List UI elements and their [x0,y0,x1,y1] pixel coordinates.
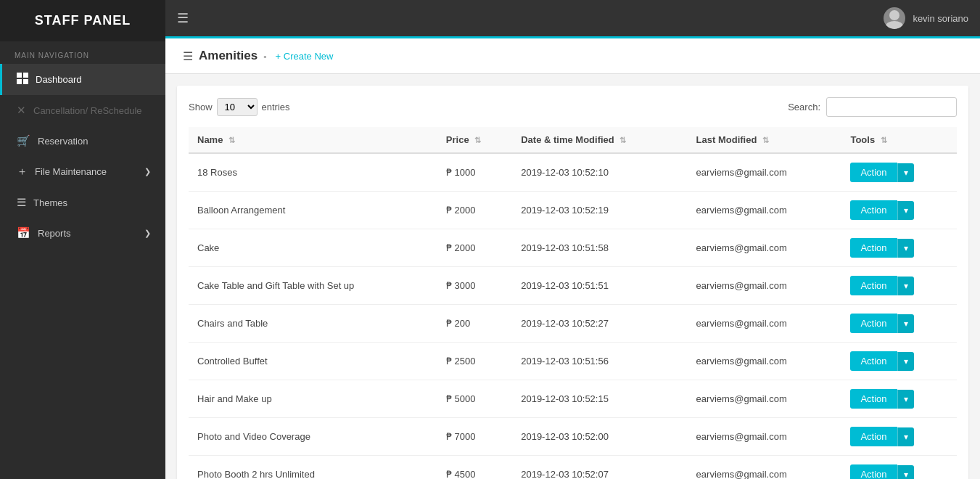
cart-icon: 🛒 [17,134,30,147]
action-dropdown-button[interactable]: ▾ [897,390,914,409]
action-dropdown-button[interactable]: ▾ [897,239,914,258]
sidebar-item-dashboard[interactable]: Dashboard [0,64,165,95]
svg-point-5 [886,21,903,29]
sidebar-item-file-maintenance[interactable]: ＋ File Maintenance ❯ [0,156,165,187]
sidebar-item-reports[interactable]: 📅 Reports ❯ [0,218,165,248]
cell-name: Cake Table and Gift Table with Set up [189,267,437,305]
search-input[interactable] [826,97,957,117]
cell-name: Cake [189,229,437,267]
nav-label: MAIN NAVIGATION [0,41,165,64]
table-row: Cake Table and Gift Table with Set up ₱ … [189,267,957,305]
cell-price: ₱ 5000 [437,380,512,418]
table-row: Controlled Buffet ₱ 2500 2019-12-03 10:5… [189,343,957,380]
list-header-icon: ☰ [183,49,193,63]
table-row: Cake ₱ 2000 2019-12-03 10:51:58 earviems… [189,229,957,267]
sidebar-item-cancellation[interactable]: ✕ Cancellation/ ReSchedule [0,95,165,126]
list-icon: ☰ [17,196,26,209]
sort-price-icon[interactable]: ⇅ [474,136,481,144]
search-label: Search: [788,102,820,112]
user-avatar [884,7,905,29]
sidebar-item-themes[interactable]: ☰ Themes [0,187,165,218]
cell-name: Balloon Arrangement [189,192,437,229]
cell-datetime: 2019-12-03 10:52:07 [512,456,687,480]
action-btn-group: Action ▾ [850,276,948,295]
action-dropdown-button[interactable]: ▾ [897,163,914,182]
table-header-row: Name ⇅ Price ⇅ Date & time Modified ⇅ [189,127,957,153]
plus-icon: ＋ [17,165,28,179]
cell-price: ₱ 3000 [437,267,512,305]
action-button[interactable]: Action [850,427,897,446]
sort-tools-icon[interactable]: ⇅ [881,136,887,144]
cell-price: ₱ 1000 [437,153,512,192]
action-button[interactable]: Action [850,351,897,371]
col-name: Name ⇅ [189,127,437,153]
topbar: ☰ kevin soriano [165,0,980,36]
entries-label: entries [262,102,290,112]
action-button[interactable]: Action [850,464,897,479]
table-head: Name ⇅ Price ⇅ Date & time Modified ⇅ [189,127,957,153]
sidebar-item-cancellation-label: Cancellation/ ReSchedule [33,105,142,116]
sidebar-item-themes-label: Themes [33,197,67,208]
action-dropdown-button[interactable]: ▾ [897,201,914,220]
cell-name: 18 Roses [189,153,437,192]
action-button[interactable]: Action [850,276,897,295]
cell-price: ₱ 2000 [437,192,512,229]
action-btn-group: Action ▾ [850,163,948,182]
cell-datetime: 2019-12-03 10:52:27 [512,305,687,343]
action-button[interactable]: Action [850,200,897,220]
sidebar: STAFF PANEL MAIN NAVIGATION Dashboard ✕ … [0,0,165,479]
cell-last-modified: earviems@gmail.com [688,418,842,456]
app-title: STAFF PANEL [0,0,165,41]
show-entries-control: Show 10 25 50 100 entries [189,98,290,116]
action-btn-group: Action ▾ [850,200,948,220]
table-controls: Show 10 25 50 100 entries Search: [189,97,957,117]
show-label: Show [189,102,213,112]
cell-tools: Action ▾ [841,380,957,418]
action-dropdown-button[interactable]: ▾ [897,277,914,295]
sort-datetime-icon[interactable]: ⇅ [619,136,626,144]
action-btn-group: Action ▾ [850,351,948,371]
action-button[interactable]: Action [850,163,897,182]
hamburger-button[interactable]: ☰ [177,10,189,26]
cell-name: Hair and Make up [189,380,437,418]
action-btn-group: Action ▾ [850,314,948,333]
cell-tools: Action ▾ [841,418,957,456]
create-new-link[interactable]: + Create New [276,51,334,62]
sort-name-icon[interactable]: ⇅ [228,136,235,144]
action-btn-group: Action ▾ [850,238,948,258]
sidebar-item-reservation[interactable]: 🛒 Reservation [0,126,165,156]
cell-tools: Action ▾ [841,229,957,267]
action-button[interactable]: Action [850,389,897,409]
calendar-icon: 📅 [17,226,30,239]
svg-rect-2 [17,79,22,84]
topbar-left: ☰ [177,10,189,26]
cell-last-modified: earviems@gmail.com [688,229,842,267]
chevron-right-icon-reports: ❯ [144,229,151,238]
cell-name: Photo Booth 2 hrs Unlimited [189,456,437,480]
action-dropdown-button[interactable]: ▾ [897,465,914,480]
cell-tools: Action ▾ [841,192,957,229]
action-button[interactable]: Action [850,314,897,333]
cell-price: ₱ 2000 [437,229,512,267]
action-dropdown-button[interactable]: ▾ [897,314,914,333]
cell-last-modified: earviems@gmail.com [688,380,842,418]
table-row: Chairs and Table ₱ 200 2019-12-03 10:52:… [189,305,957,343]
cell-tools: Action ▾ [841,267,957,305]
table-container: Show 10 25 50 100 entries Search: [177,86,968,479]
cell-tools: Action ▾ [841,343,957,380]
table-row: 18 Roses ₱ 1000 2019-12-03 10:52:10 earv… [189,153,957,192]
action-dropdown-button[interactable]: ▾ [897,427,914,446]
sidebar-item-dashboard-label: Dashboard [36,74,82,85]
cell-last-modified: earviems@gmail.com [688,456,842,480]
cell-price: ₱ 4500 [437,456,512,480]
sort-last-modified-icon[interactable]: ⇅ [762,136,769,144]
action-button[interactable]: Action [850,238,897,258]
dashboard-icon [17,73,28,86]
entries-select[interactable]: 10 25 50 100 [217,98,258,116]
close-icon: ✕ [17,104,26,117]
page-title: Amenities [199,49,258,63]
action-dropdown-button[interactable]: ▾ [897,352,914,371]
cell-price: ₱ 200 [437,305,512,343]
sidebar-item-reports-label: Reports [38,228,71,239]
col-price: Price ⇅ [437,127,512,153]
